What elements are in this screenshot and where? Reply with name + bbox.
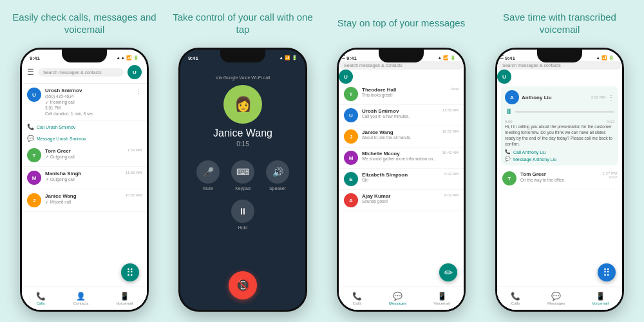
fab-dialpad[interactable]: ⠿ bbox=[121, 263, 139, 281]
vm-msg-label: Message Anthony Liu bbox=[513, 157, 556, 162]
msg-item-urosh[interactable]: U Urosh Smirnov Call you in a few minute… bbox=[339, 105, 464, 126]
msg-info-michelle: Michelle Mccoy We should gather more inf… bbox=[362, 151, 439, 161]
nav-messages3[interactable]: 💬 Messages bbox=[389, 292, 406, 305]
calls-icon4: 📞 bbox=[511, 292, 520, 301]
call-item-tom: T Tom Greer ↗ Outgoing call 1:53 PM bbox=[22, 144, 147, 167]
call-name-urosh: Urosh Smirnov bbox=[45, 88, 131, 93]
more-icon-urosh[interactable]: ⋮ bbox=[135, 88, 142, 95]
vm-action-buttons: 📞 Call Anthony Liu 💬 Message Anthony Liu bbox=[505, 149, 614, 162]
msg-item-michelle[interactable]: M Michelle Mccoy We should gather more i… bbox=[339, 147, 464, 169]
phone4: 9:41 ▲ 📶 🔋 ☰ Search messages & contacts … bbox=[495, 48, 624, 312]
msg-name-elizabeth: Elizabeth Simpson bbox=[362, 172, 440, 178]
nav-calls4[interactable]: 📞 Calls bbox=[511, 292, 520, 305]
call-controls: 🎤 Mute ⌨ Keypad 🔊 Speaker bbox=[180, 147, 305, 197]
action-call-urosh[interactable]: 📞 Call Urosh Smirnov bbox=[22, 121, 147, 133]
avatar-theodore: T bbox=[344, 87, 358, 101]
vm-call-action[interactable]: 📞 Call Anthony Liu bbox=[505, 149, 614, 155]
msg-item-theodore[interactable]: T Theodore Hall This looks great! Now bbox=[339, 84, 464, 105]
fab-voicemail[interactable]: ⠿ bbox=[598, 263, 616, 281]
notch1 bbox=[62, 50, 107, 62]
status-time4: 9:41 bbox=[505, 55, 515, 61]
vm-msg-action[interactable]: 💬 Message Anthony Liu bbox=[505, 156, 614, 162]
hold-icon: ⏸ bbox=[231, 200, 254, 223]
nav-voicemail3-label: Voicemail bbox=[433, 301, 450, 305]
nav-calls[interactable]: 📞 Calls bbox=[36, 292, 46, 305]
panel-messages: Stay on top of your messages 9:41 ▲ 📶 🔋 … bbox=[326, 6, 477, 316]
hamburger-icon[interactable]: ☰ bbox=[27, 68, 34, 77]
nav-calls3[interactable]: 📞 Calls bbox=[352, 292, 362, 305]
pause-icon[interactable]: ⏸ bbox=[505, 107, 513, 116]
voicemail-icon1: 📱 bbox=[120, 292, 129, 301]
msg-preview-urosh3: Call you in a few minutes. bbox=[362, 114, 439, 118]
msg-item-janice3[interactable]: J Janice Wang About to join the all hand… bbox=[339, 126, 464, 147]
msg-item-ajay[interactable]: A Ajay Kumar Sounds good! 9:03 AM bbox=[339, 190, 464, 211]
nav-voicemail4-label: Voicemail bbox=[592, 301, 609, 305]
nav-calls4-label: Calls bbox=[511, 301, 520, 305]
status-time2: 9:41 bbox=[188, 55, 198, 61]
msg-name-urosh3: Urosh Smirnov bbox=[362, 108, 439, 114]
nav-messages4-label: Messages bbox=[547, 301, 565, 305]
vm-item-tom[interactable]: T Tom Greer On the way to the office. 1:… bbox=[497, 168, 622, 189]
nav-voicemail3[interactable]: 📱 Voicemail bbox=[433, 292, 450, 305]
speaker-icon: 🔊 bbox=[266, 160, 289, 184]
msg-preview-elizabeth: Ok! bbox=[362, 178, 440, 182]
nav-messages4[interactable]: 💬 Messages bbox=[547, 292, 565, 305]
msg-time-michelle: 10:42 AM bbox=[442, 151, 459, 155]
messages-icon3: 💬 bbox=[393, 292, 402, 301]
msg-item-elizabeth[interactable]: E Elizabeth Simpson Ok! 9:32 AM bbox=[339, 169, 464, 190]
msg-info-theodore: Theodore Hall This looks great! bbox=[362, 87, 447, 97]
msg-preview-michelle: We should gather more information on... bbox=[362, 156, 439, 161]
call-time-manisha: 11:56 AM bbox=[126, 171, 142, 175]
vm-call-label: Call Anthony Liu bbox=[513, 150, 546, 155]
msg-time-urosh3: 11:56 AM bbox=[442, 108, 459, 112]
mute-icon: 🎤 bbox=[196, 160, 220, 184]
nav-voicemail1[interactable]: 📱 Voicemail bbox=[117, 292, 133, 305]
nav-voicemail4[interactable]: 📱 Voicemail bbox=[592, 292, 609, 305]
more-icon-vm[interactable]: ⋮ bbox=[608, 94, 614, 101]
user-avatar4: U bbox=[497, 70, 511, 84]
vm-time: 2:32 PM bbox=[591, 95, 605, 99]
msg-time-elizabeth: 9:32 AM bbox=[444, 172, 459, 176]
status-time1: 9:41 bbox=[30, 55, 40, 61]
search-input1[interactable]: Search messages & contacts bbox=[38, 68, 124, 77]
messages-icon4: 💬 bbox=[551, 292, 561, 301]
msg-time-janice3: 10:57 AM bbox=[442, 129, 459, 133]
call-type-manisha: ↗ Outgoing call bbox=[45, 176, 122, 182]
msg-preview-ajay: Sounds good! bbox=[362, 199, 440, 204]
panel1-title: Easily check calls, messages and voicema… bbox=[9, 6, 160, 40]
phone-icon-urosh: 📞 bbox=[27, 124, 34, 130]
call-time-tom: 1:53 PM bbox=[128, 148, 142, 152]
phone2: 9:41 ▲ 📶 🔋 Via Google Voice Wi-Fi call 👩… bbox=[178, 48, 307, 312]
msg-icon-urosh: 💬 bbox=[27, 135, 34, 142]
avatar-urosh: U bbox=[27, 88, 41, 102]
status-icons3: ▲ 📶 🔋 bbox=[437, 55, 456, 61]
panel4-title: Save time with transcribed voicemail bbox=[484, 6, 636, 40]
call-time-urosh: 3:01 PM bbox=[45, 105, 131, 111]
keypad-button[interactable]: ⌨ Keypad bbox=[231, 160, 254, 191]
call-number-urosh: (650) 435-4634 bbox=[45, 93, 131, 99]
action-msg-urosh[interactable]: 💬 Message Urosh Smirnov bbox=[22, 133, 147, 144]
notch3 bbox=[379, 50, 424, 62]
mute-label: Mute bbox=[203, 186, 213, 191]
call-info-tom: Tom Greer ↗ Outgoing call bbox=[45, 148, 124, 160]
action-call-label: Call Urosh Smirnov bbox=[37, 125, 75, 129]
avatar-michelle: M bbox=[344, 151, 358, 165]
bottom-nav1: 📞 Calls 👤 Contacts 📱 Voicemail bbox=[22, 287, 147, 310]
call-type-urosh: ↙ Incoming call bbox=[45, 99, 131, 105]
keypad-label: Keypad bbox=[235, 186, 251, 191]
calls-icon3: 📞 bbox=[352, 292, 362, 301]
mute-button[interactable]: 🎤 Mute bbox=[196, 160, 220, 191]
speaker-button[interactable]: 🔊 Speaker bbox=[266, 160, 289, 191]
speaker-label: Speaker bbox=[269, 186, 286, 191]
hold-button[interactable]: ⏸ Hold bbox=[231, 200, 254, 230]
nav-calls3-label: Calls bbox=[353, 301, 361, 305]
msg-info-janice3: Janice Wang About to join the all hands. bbox=[362, 129, 439, 140]
fab-compose[interactable]: ✏ bbox=[439, 263, 457, 281]
nav-contacts[interactable]: 👤 Contacts bbox=[73, 292, 89, 305]
call-duration-urosh: Call duration: 1 min, 8 sec bbox=[45, 111, 131, 117]
msg-time-ajay: 9:03 AM bbox=[444, 193, 459, 197]
panel3-title: Stay on top of your messages bbox=[337, 6, 465, 40]
vm-caller-name: Anthony Liu bbox=[522, 95, 552, 100]
vm-header: A Anthony Liu 2:32 PM ⋮ bbox=[505, 90, 614, 104]
end-call-button[interactable]: 📵 bbox=[229, 271, 257, 299]
